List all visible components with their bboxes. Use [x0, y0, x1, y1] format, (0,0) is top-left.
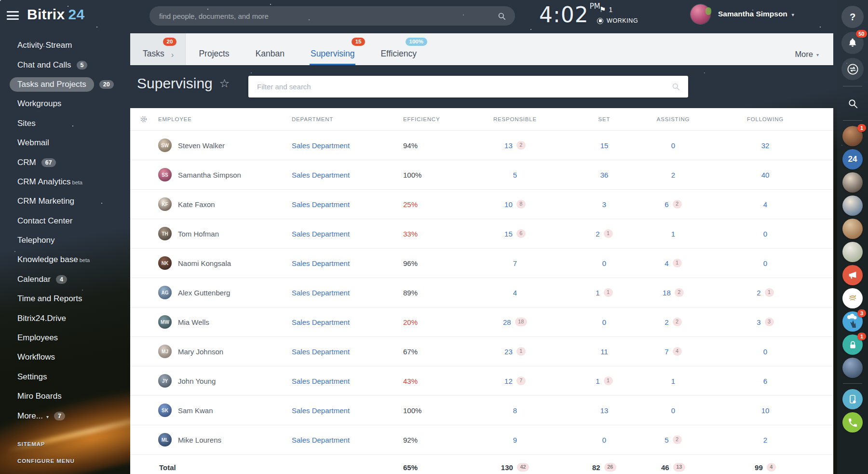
set-count[interactable]: 36 — [600, 171, 609, 179]
following-count[interactable]: 2 — [757, 289, 760, 297]
user-avatar[interactable] — [691, 4, 710, 24]
menu-icon[interactable] — [7, 11, 19, 20]
set-count[interactable]: 11 — [600, 348, 608, 356]
chat-contact-1-avatar[interactable]: 1 — [842, 126, 863, 146]
filter-search-icon[interactable] — [671, 82, 680, 91]
mobile-app-mobile-icon[interactable] — [842, 389, 863, 409]
column-header-responsible[interactable]: RESPONSIBLE — [493, 116, 537, 122]
global-search[interactable] — [149, 6, 515, 26]
grid-settings-gear-icon[interactable] — [139, 115, 148, 124]
assisting-count[interactable]: 1 — [671, 230, 675, 238]
sidebar-item-workflows[interactable]: Workflows — [17, 348, 129, 367]
set-count[interactable]: 13 — [600, 406, 609, 415]
notifications-icon[interactable]: 50 — [841, 32, 864, 54]
chat-contact-3-avatar[interactable] — [842, 195, 863, 216]
employee-name[interactable]: Mia Wells — [178, 318, 209, 326]
following-count[interactable]: 4 — [763, 200, 767, 209]
following-count[interactable]: 3 — [757, 318, 760, 326]
column-header-following[interactable]: FOLLOWING — [747, 116, 784, 122]
sidebar-footer-invite-users[interactable]: INVITE USERS — [17, 469, 75, 474]
chat-contact-2-avatar[interactable] — [842, 172, 863, 193]
sidebar-item-time-and-reports[interactable]: Time and Reports — [17, 289, 129, 308]
global-search-input[interactable] — [158, 12, 497, 21]
history-icon[interactable] — [841, 58, 864, 80]
department-link[interactable]: Sales Department — [289, 436, 400, 444]
column-header-assisting[interactable]: ASSISTING — [657, 116, 690, 122]
employee-name[interactable]: Steven Walker — [178, 141, 225, 150]
assisting-count[interactable]: 2 — [665, 318, 668, 326]
responsible-count[interactable]: 9 — [513, 436, 517, 444]
sidebar-item-crm[interactable]: CRM67 — [17, 153, 129, 172]
following-count[interactable]: 10 — [761, 406, 770, 415]
sidebar-item-activity-stream[interactable]: Activity Stream — [17, 36, 129, 55]
employee-name[interactable]: Mike Lourens — [178, 436, 221, 444]
working-status[interactable]: WORKING — [597, 17, 638, 24]
sidebar-item-tasks-and-projects[interactable]: Tasks and Projects20 — [17, 75, 129, 94]
department-link[interactable]: Sales Department — [289, 318, 400, 326]
column-header-employee[interactable]: EMPLOYEE — [157, 116, 289, 122]
tab-tasks[interactable]: Tasks›20 — [130, 33, 186, 65]
following-count[interactable]: 2 — [763, 436, 767, 444]
column-header-set[interactable]: SET — [598, 116, 610, 122]
user-menu[interactable]: Samantha Simpson▾ — [718, 10, 794, 18]
filter-search[interactable] — [248, 76, 688, 98]
search-icon[interactable] — [497, 12, 506, 21]
employee-name[interactable]: Naomi Kongsala — [178, 259, 231, 267]
sidebar-item-miro-boards[interactable]: Miro Boards — [17, 387, 129, 406]
bitrix24-channel[interactable]: 24 — [842, 149, 863, 169]
telephony-call-phone-icon[interactable] — [842, 412, 863, 432]
employee-name[interactable]: Samantha Simpson — [178, 171, 241, 179]
following-count[interactable]: 6 — [763, 377, 767, 385]
department-link[interactable]: Sales Department — [289, 377, 400, 385]
flag-indicator[interactable]: ⚑1 — [599, 5, 612, 14]
department-link[interactable]: Sales Department — [289, 259, 400, 267]
tab-more[interactable]: More▾ — [795, 33, 833, 65]
responsible-count[interactable]: 13 — [504, 141, 513, 150]
employee-name[interactable]: Mary Johnson — [178, 348, 223, 356]
sidebar-item-bitrix24-drive[interactable]: Bitrix24.Drive — [17, 308, 129, 328]
app-logo[interactable]: Bitrix24 — [27, 6, 84, 23]
sidebar-item-settings[interactable]: Settings — [17, 367, 129, 387]
set-count[interactable]: 1 — [596, 289, 599, 297]
set-count[interactable]: 0 — [602, 318, 606, 326]
employee-name[interactable]: John Young — [178, 377, 216, 385]
favorite-star-icon[interactable]: ☆ — [219, 77, 230, 90]
sidebar-item-crm-analytics[interactable]: CRM Analyticsbeta — [17, 172, 129, 192]
set-count[interactable]: 2 — [596, 230, 599, 238]
sidebar-item-chat-and-calls[interactable]: Chat and Calls5 — [17, 55, 129, 74]
assisting-count[interactable]: 0 — [671, 406, 675, 415]
assisting-count[interactable]: 4 — [665, 259, 668, 267]
tab-projects[interactable]: Projects — [199, 33, 229, 65]
column-header-efficiency[interactable]: EFFICIENCY — [400, 116, 471, 122]
partner-chat-partner-icon[interactable] — [842, 288, 863, 308]
following-count[interactable]: 0 — [763, 259, 767, 267]
sidebar-item-more[interactable]: More...▾7 — [17, 406, 129, 425]
help-icon[interactable]: ? — [841, 6, 864, 28]
sidebar-item-webmail[interactable]: Webmail — [17, 133, 129, 153]
employee-name[interactable]: Sam Kwan — [178, 406, 213, 415]
employee-name[interactable]: Kate Faxon — [178, 200, 215, 209]
assisting-count[interactable]: 7 — [665, 348, 668, 356]
responsible-count[interactable]: 4 — [513, 289, 517, 297]
tab-kanban[interactable]: Kanban — [256, 33, 285, 65]
responsible-count[interactable]: 10 — [504, 200, 513, 209]
sidebar-item-telephony[interactable]: Telephony — [17, 231, 129, 250]
responsible-count[interactable]: 15 — [504, 230, 513, 238]
tab-supervising[interactable]: Supervising15 — [311, 33, 354, 65]
employee-name[interactable]: Tom Hofman — [178, 230, 219, 238]
department-link[interactable]: Sales Department — [289, 289, 400, 297]
department-link[interactable]: Sales Department — [289, 230, 400, 238]
responsible-count[interactable]: 12 — [504, 377, 513, 385]
assisting-count[interactable]: 1 — [671, 377, 675, 385]
set-count[interactable]: 1 — [596, 377, 599, 385]
responsible-count[interactable]: 28 — [503, 318, 511, 326]
set-count[interactable]: 0 — [602, 259, 606, 267]
employee-name[interactable]: Alex Guttenberg — [178, 289, 230, 297]
sidebar-item-crm-marketing[interactable]: CRM Marketing — [17, 192, 129, 211]
chat-contact-6-avatar[interactable] — [842, 358, 863, 378]
following-count[interactable]: 0 — [763, 230, 767, 238]
promo-chat-scene-icon[interactable]: 3 — [842, 311, 863, 332]
assisting-count[interactable]: 2 — [671, 171, 675, 179]
department-link[interactable]: Sales Department — [289, 141, 400, 150]
assisting-count[interactable]: 5 — [665, 436, 668, 444]
